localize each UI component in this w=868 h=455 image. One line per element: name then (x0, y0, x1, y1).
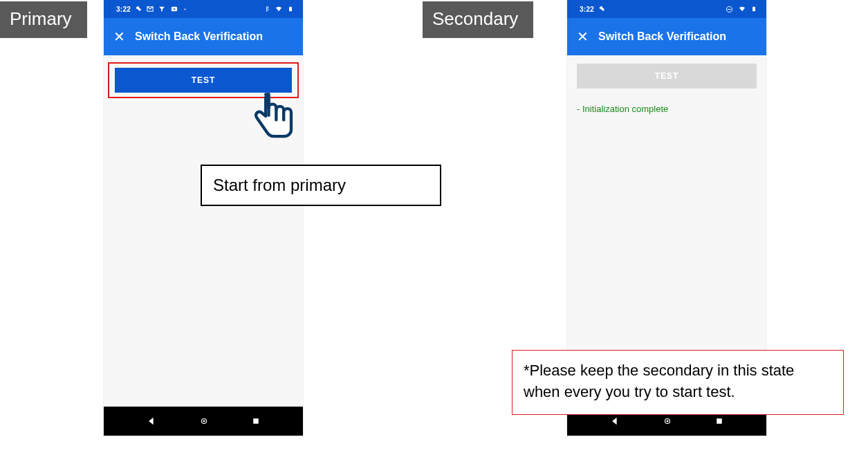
nav-recents-icon[interactable] (252, 417, 260, 425)
nav-bar (104, 407, 303, 436)
status-clock: 3:22 (116, 6, 131, 13)
status-clock: 3:22 (580, 6, 594, 13)
svg-rect-4 (254, 419, 259, 424)
nav-back-icon[interactable] (610, 416, 620, 426)
callout-start-primary: Start from primary (201, 165, 441, 206)
svg-point-11 (667, 420, 668, 422)
wifi-icon (737, 6, 747, 12)
status-bar: 3:22 (104, 0, 303, 18)
dnd-icon (726, 6, 733, 13)
test-button: TEST (577, 64, 757, 89)
status-bar: 3:22 (567, 0, 766, 18)
pill-icon (598, 6, 605, 12)
badge-secondary: Secondary (423, 1, 533, 38)
dot-icon (183, 8, 187, 11)
bluetooth-icon (264, 5, 270, 13)
app-bar: ✕ Switch Back Verification (567, 18, 766, 55)
svg-point-1 (185, 8, 186, 10)
nav-home-icon[interactable] (663, 416, 672, 426)
pointer-hand-icon (249, 90, 297, 144)
phone-primary: 3:22 ✕ Switch Back Verification TEST (104, 0, 303, 436)
app-title: Switch Back Verification (598, 30, 726, 43)
app-title: Switch Back Verification (135, 30, 263, 43)
callout-keep-secondary: *Please keep the secondary in this state… (512, 350, 844, 415)
battery-icon (751, 5, 757, 13)
filter-icon (158, 6, 165, 12)
wifi-icon (274, 6, 284, 12)
svg-rect-12 (717, 419, 722, 424)
svg-point-3 (203, 420, 205, 422)
close-icon[interactable]: ✕ (113, 30, 125, 44)
close-icon[interactable]: ✕ (577, 30, 589, 44)
test-button[interactable]: TEST (115, 68, 292, 93)
pill-icon (135, 6, 142, 12)
nav-home-icon[interactable] (199, 416, 209, 426)
nav-recents-icon[interactable] (715, 417, 723, 425)
app-bar: ✕ Switch Back Verification (104, 18, 303, 55)
badge-primary: Primary (0, 1, 87, 38)
initialization-status: - Initialization complete (577, 104, 757, 114)
gmail-icon (146, 6, 154, 12)
battery-icon (288, 5, 293, 13)
nav-back-icon[interactable] (147, 416, 156, 426)
youtube-icon (169, 6, 179, 12)
